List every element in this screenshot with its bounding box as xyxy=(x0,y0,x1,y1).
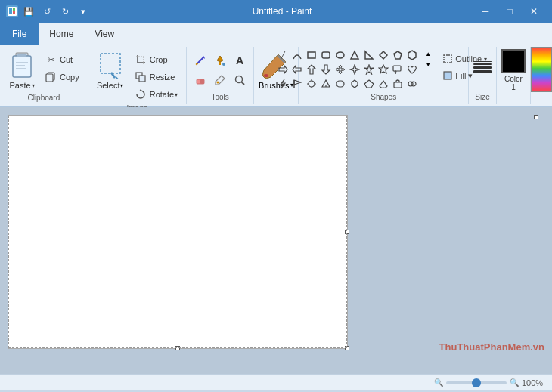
svg-point-64 xyxy=(411,82,416,86)
shapes-scroll-down[interactable]: ▼ xyxy=(423,59,433,69)
svg-rect-66 xyxy=(444,72,451,79)
shape-triangle[interactable] xyxy=(348,48,361,62)
tools-content: A xyxy=(191,48,249,91)
rotate-button[interactable]: Rotate ▾ xyxy=(131,86,181,103)
shapes-scroll: ▲ ▼ xyxy=(423,48,433,69)
canvas-white[interactable] xyxy=(8,115,348,349)
redo-btn[interactable]: ↻ xyxy=(57,4,73,19)
shape-curve[interactable] xyxy=(290,48,304,62)
pencil-tool[interactable] xyxy=(191,51,209,69)
shape-uarrow[interactable] xyxy=(305,63,318,76)
size-lines xyxy=(473,48,492,86)
svg-marker-47 xyxy=(379,65,388,73)
shape-rect2[interactable] xyxy=(319,48,333,62)
file-menu[interactable]: File xyxy=(0,23,39,45)
paste-button[interactable]: Paste ▾ xyxy=(5,48,39,92)
zoom-level: 100% xyxy=(522,378,546,387)
shape-misc6[interactable] xyxy=(391,77,405,91)
svg-marker-45 xyxy=(350,65,359,74)
shape-star6[interactable] xyxy=(377,63,390,76)
svg-rect-32 xyxy=(308,52,315,58)
shape-heart[interactable] xyxy=(405,63,419,76)
tools-col: A xyxy=(191,51,249,89)
shape-ellipse[interactable] xyxy=(333,48,347,62)
select-button[interactable]: Select ▾ xyxy=(93,48,128,92)
shape-misc7[interactable] xyxy=(405,77,419,91)
color2-group xyxy=(531,47,552,104)
rotate-icon xyxy=(135,88,147,100)
maximize-button[interactable]: □ xyxy=(498,0,522,23)
shape-pentagon[interactable] xyxy=(391,48,405,62)
title-bar: 💾 ↺ ↻ ▾ Untitled - Paint ─ □ ✕ xyxy=(0,0,552,23)
svg-point-29 xyxy=(236,76,243,82)
fill-tool[interactable] xyxy=(211,51,229,69)
shape-callout[interactable] xyxy=(391,63,405,76)
shape-rarrow[interactable] xyxy=(276,63,290,76)
shape-darrow[interactable] xyxy=(319,63,333,76)
qat-dropdown[interactable]: ▾ xyxy=(76,4,91,19)
shape-star7[interactable] xyxy=(305,77,318,91)
shape-4arrow[interactable] xyxy=(333,63,347,76)
shape-misc1[interactable] xyxy=(319,77,333,91)
cut-button[interactable]: ✂ Cut xyxy=(41,51,83,68)
view-menu[interactable]: View xyxy=(84,23,125,45)
shapes-scroll-up[interactable]: ▲ xyxy=(423,48,433,59)
svg-rect-12 xyxy=(101,54,120,73)
undo-btn[interactable]: ↺ xyxy=(39,4,54,19)
resize-handle-mr[interactable] xyxy=(345,230,349,234)
canvas-container xyxy=(8,115,348,349)
resize-handle-br[interactable] xyxy=(345,346,349,350)
color-picker-tool[interactable] xyxy=(211,71,229,89)
eraser-tool[interactable] xyxy=(191,71,209,89)
svg-line-30 xyxy=(242,82,245,85)
shape-misc3[interactable] xyxy=(348,77,361,91)
shapes-content: ╱ xyxy=(276,48,491,91)
shape-diamond[interactable] xyxy=(377,48,390,62)
svg-marker-38 xyxy=(394,51,402,59)
shape-line[interactable]: ╱ xyxy=(276,48,290,62)
save-btn[interactable]: 💾 xyxy=(21,4,36,19)
svg-line-14 xyxy=(116,77,119,79)
shape-flag[interactable] xyxy=(290,77,304,91)
svg-rect-2 xyxy=(13,11,15,14)
color1-content: Color 1 xyxy=(501,48,526,91)
shape-larrow[interactable] xyxy=(290,63,304,76)
clipboard-group: Paste ▾ ✂ Cut Copy xyxy=(0,47,88,104)
svg-rect-65 xyxy=(444,55,451,63)
magnify-tool[interactable] xyxy=(231,71,249,89)
svg-marker-35 xyxy=(351,51,358,59)
status-bar: 🔍 🔍 100% xyxy=(0,374,552,390)
close-button[interactable]: ✕ xyxy=(522,0,546,23)
color-palette[interactable] xyxy=(531,47,552,92)
minimize-button[interactable]: ─ xyxy=(473,0,498,23)
text-tool[interactable]: A xyxy=(231,51,249,69)
shape-star4[interactable] xyxy=(348,63,361,76)
shape-misc4[interactable] xyxy=(362,77,376,91)
svg-rect-33 xyxy=(322,52,330,58)
right-edge-handle[interactable] xyxy=(534,115,538,119)
crop-button[interactable]: Crop xyxy=(131,51,181,68)
shape-rect[interactable] xyxy=(305,48,318,62)
home-menu[interactable]: Home xyxy=(39,23,84,45)
shape-lightning[interactable] xyxy=(276,77,290,91)
shape-rtriangle[interactable] xyxy=(362,48,376,62)
copy-button[interactable]: Copy xyxy=(41,69,83,85)
image-col: Crop Resize xyxy=(131,48,181,103)
shape-star5[interactable] xyxy=(362,63,376,76)
zoom-out-icon[interactable]: 🔍 xyxy=(434,378,443,387)
resize-handle-bm[interactable] xyxy=(175,346,180,350)
zoom-in-icon[interactable]: 🔍 xyxy=(510,378,519,387)
svg-rect-1 xyxy=(9,8,12,14)
color1-swatch[interactable] xyxy=(501,49,526,73)
paste-icon xyxy=(8,51,36,81)
shape-misc5[interactable] xyxy=(377,77,390,91)
size-content xyxy=(473,48,492,91)
shape-misc2[interactable] xyxy=(333,77,347,91)
tools-label: Tools xyxy=(211,93,228,103)
shape-hexagon[interactable] xyxy=(405,48,419,62)
tools-row2 xyxy=(191,71,249,89)
svg-marker-43 xyxy=(322,65,330,74)
svg-rect-20 xyxy=(139,76,145,82)
resize-button[interactable]: Resize xyxy=(131,69,181,85)
zoom-slider[interactable] xyxy=(446,381,507,384)
